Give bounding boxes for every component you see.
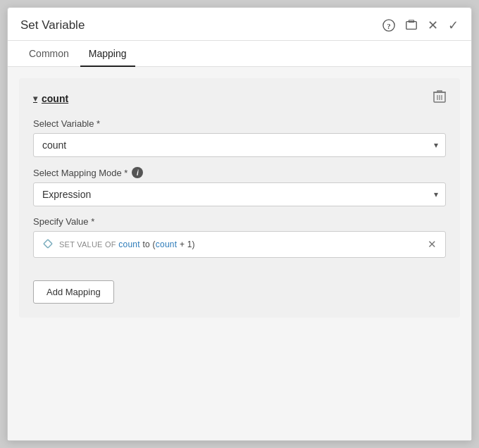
collapse-chevron-icon: ▾: [33, 94, 37, 104]
add-mapping-button[interactable]: Add Mapping: [33, 280, 114, 304]
set-variable-dialog: Set Variable ? ✕ ✓ Common Mapping: [7, 7, 472, 441]
tab-bar: Common Mapping: [8, 41, 471, 67]
tab-mapping[interactable]: Mapping: [80, 41, 135, 66]
header-icons: ? ✕ ✓: [382, 18, 459, 33]
select-variable-wrapper[interactable]: count ▾: [33, 133, 446, 157]
expression-field[interactable]: SET VALUE OF count to (count + 1) ✕: [33, 231, 446, 258]
dialog-body: ▾ count Select Variable *: [8, 67, 471, 440]
screenshot-icon[interactable]: [405, 19, 418, 32]
specify-value-label: Specify Value *: [33, 216, 446, 227]
delete-mapping-icon[interactable]: [433, 89, 446, 107]
dialog-title: Set Variable: [20, 18, 382, 32]
svg-text:?: ?: [387, 22, 390, 30]
select-mapping-mode-group: Select Mapping Mode * i Expression ▾: [33, 167, 446, 206]
specify-value-group: Specify Value * SET VALUE OF count: [33, 216, 446, 258]
select-variable-label: Select Variable *: [33, 118, 446, 129]
select-mapping-mode-wrapper[interactable]: Expression ▾: [33, 182, 446, 206]
help-icon[interactable]: ?: [382, 19, 395, 32]
svg-rect-2: [406, 22, 416, 30]
svg-line-11: [44, 244, 48, 248]
tab-common[interactable]: Common: [20, 41, 77, 66]
mapping-section-title[interactable]: ▾ count: [33, 93, 68, 104]
info-icon[interactable]: i: [132, 167, 143, 178]
svg-line-12: [48, 244, 52, 248]
expression-icon: [42, 238, 54, 251]
select-mapping-mode-dropdown[interactable]: Expression: [34, 183, 445, 206]
confirm-icon[interactable]: ✓: [448, 18, 459, 33]
dialog-header: Set Variable ? ✕ ✓: [8, 8, 471, 41]
expression-text: SET VALUE OF count to (count + 1): [59, 239, 422, 249]
svg-line-10: [48, 239, 52, 244]
mapping-card-header: ▾ count: [33, 89, 446, 107]
select-variable-dropdown[interactable]: count: [34, 134, 445, 156]
select-mapping-mode-label: Select Mapping Mode * i: [33, 167, 446, 178]
clear-expression-icon[interactable]: ✕: [428, 238, 437, 251]
select-variable-group: Select Variable * count ▾: [33, 118, 446, 157]
close-icon[interactable]: ✕: [428, 18, 438, 33]
svg-line-9: [44, 239, 48, 244]
mapping-card: ▾ count Select Variable *: [19, 78, 460, 318]
